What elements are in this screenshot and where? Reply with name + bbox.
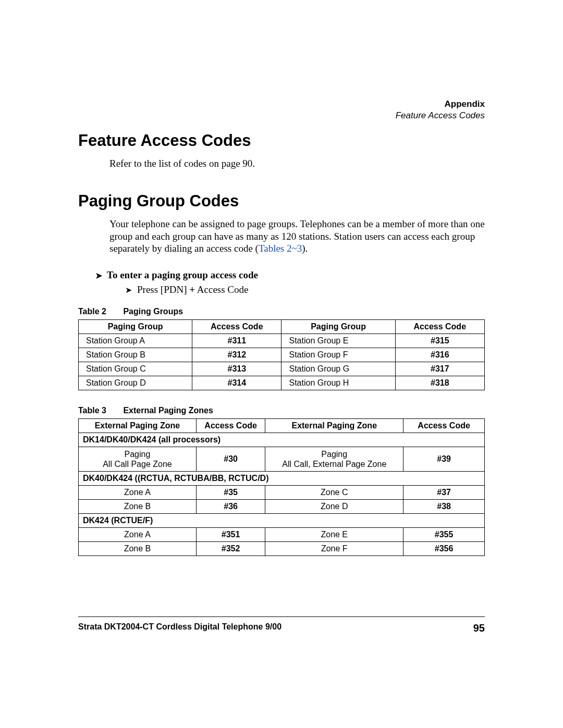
cell: #35 — [196, 486, 265, 500]
cell: #36 — [196, 500, 265, 514]
cell: #311 — [192, 334, 282, 348]
cell: Zone A — [79, 486, 197, 500]
cell: #351 — [196, 528, 265, 542]
table2-label: Table 2 — [78, 307, 106, 316]
table-header-row: Paging Group Access Code Paging Group Ac… — [79, 320, 485, 334]
cell: Paging All Call Page Zone — [79, 447, 197, 472]
table3-h3: Access Code — [403, 419, 485, 433]
table2-h3: Access Code — [395, 320, 484, 334]
cell: Station Group C — [79, 362, 192, 376]
table2-h0: Paging Group — [79, 320, 192, 334]
table2-h1: Access Code — [192, 320, 282, 334]
table3-title: External Paging Zones — [123, 406, 213, 415]
cell: #312 — [192, 348, 282, 362]
group2-title: DK40/DK424 ((RCTUA, RCTUBA/BB, RCTUC/D) — [79, 472, 485, 486]
cell: Zone F — [265, 542, 403, 556]
content: Feature Access Codes Refer to the list o… — [78, 131, 485, 556]
cell: Station Group E — [282, 334, 395, 348]
cell: Paging All Call, External Page Zone — [265, 447, 403, 472]
cell: #352 — [196, 542, 265, 556]
table2: Paging Group Access Code Paging Group Ac… — [78, 319, 485, 390]
header-appendix: Appendix — [396, 99, 485, 109]
cell: #355 — [403, 528, 485, 542]
cell: Zone B — [79, 500, 197, 514]
step-action-plus: + — [189, 284, 195, 295]
table3: External Paging Zone Access Code Externa… — [78, 418, 485, 556]
running-header: Appendix Feature Access Codes — [396, 99, 485, 121]
cell: #316 — [395, 348, 484, 362]
table-group-row: DK40/DK424 ((RCTUA, RCTUBA/BB, RCTUC/D) — [79, 472, 485, 486]
table3-h2: External Paging Zone — [265, 419, 403, 433]
cell: #30 — [196, 447, 265, 472]
step-heading: ➤ To enter a paging group access code — [95, 269, 485, 281]
table-row: Station Group D #314 Station Group H #31… — [79, 376, 485, 390]
cell: Zone A — [79, 528, 197, 542]
table2-caption: Table 2 Paging Groups — [78, 307, 485, 316]
cell: Station Group F — [282, 348, 395, 362]
arrow-icon: ➤ — [95, 270, 103, 281]
step-title: To enter a paging group access code — [107, 269, 258, 281]
table3-h1: Access Code — [196, 419, 265, 433]
cell: #37 — [403, 486, 485, 500]
table3-h0: External Paging Zone — [79, 419, 197, 433]
step-action-text: Press [PDN] + Access Code — [137, 284, 248, 295]
cell: #38 — [403, 500, 485, 514]
cell: #313 — [192, 362, 282, 376]
table-header-row: External Paging Zone Access Code Externa… — [79, 419, 485, 433]
footer: Strata DKT2004-CT Cordless Digital Telep… — [78, 616, 485, 634]
cell-line: Paging — [125, 450, 151, 459]
cell: Station Group B — [79, 348, 192, 362]
step-action: ➤ Press [PDN] + Access Code — [125, 284, 485, 295]
cell: #39 — [403, 447, 485, 472]
table2-title: Paging Groups — [123, 307, 183, 316]
table-row: Paging All Call Page Zone #30 Paging All… — [79, 447, 485, 472]
cell: Zone E — [265, 528, 403, 542]
header-subtitle: Feature Access Codes — [396, 110, 485, 121]
cell: #356 — [403, 542, 485, 556]
table-row: Zone A #351 Zone E #355 — [79, 528, 485, 542]
cell: #318 — [395, 376, 484, 390]
table-row: Station Group C #313 Station Group G #31… — [79, 362, 485, 376]
section1-title: Feature Access Codes — [78, 131, 485, 150]
section2-body-post: ). — [302, 243, 308, 254]
table-row: Zone A #35 Zone C #37 — [79, 486, 485, 500]
tables-link[interactable]: Tables 2~3 — [259, 243, 302, 254]
page: Appendix Feature Access Codes Feature Ac… — [0, 0, 563, 728]
table2-h2: Paging Group — [282, 320, 395, 334]
table-row: Zone B #36 Zone D #38 — [79, 500, 485, 514]
section1-body: Refer to the list of codes on page 90. — [109, 157, 485, 170]
cell-line: All Call, External Page Zone — [282, 460, 386, 468]
table-row: Station Group B #312 Station Group F #31… — [79, 348, 485, 362]
cell: #315 — [395, 334, 484, 348]
group1-title: DK14/DK40/DK424 (all processors) — [79, 433, 485, 447]
step-action-pre: Press [PDN] — [137, 284, 189, 295]
cell: Station Group A — [79, 334, 192, 348]
page-number: 95 — [473, 622, 485, 634]
cell: Zone D — [265, 500, 403, 514]
footer-left: Strata DKT2004-CT Cordless Digital Telep… — [78, 622, 282, 634]
arrow-icon: ➤ — [125, 285, 132, 295]
cell: Station Group D — [79, 376, 192, 390]
cell: Station Group H — [282, 376, 395, 390]
cell-line: All Call Page Zone — [103, 460, 172, 468]
cell: #317 — [395, 362, 484, 376]
table-group-row: DK14/DK40/DK424 (all processors) — [79, 433, 485, 447]
cell: Station Group G — [282, 362, 395, 376]
table3-label: Table 3 — [78, 406, 106, 415]
section2-title: Paging Group Codes — [78, 192, 485, 211]
cell-line: Paging — [321, 450, 347, 459]
footer-rule — [78, 616, 485, 617]
cell: #314 — [192, 376, 282, 390]
cell: Zone C — [265, 486, 403, 500]
cell: Zone B — [79, 542, 197, 556]
table-row: Station Group A #311 Station Group E #31… — [79, 334, 485, 348]
table3-caption: Table 3 External Paging Zones — [78, 406, 485, 415]
group3-title: DK424 (RCTUE/F) — [79, 514, 485, 528]
section2-body: Your telephone can be assigned to page g… — [109, 218, 485, 255]
step-action-post: Access Code — [195, 284, 248, 295]
table-row: Zone B #352 Zone F #356 — [79, 542, 485, 556]
table-group-row: DK424 (RCTUE/F) — [79, 514, 485, 528]
